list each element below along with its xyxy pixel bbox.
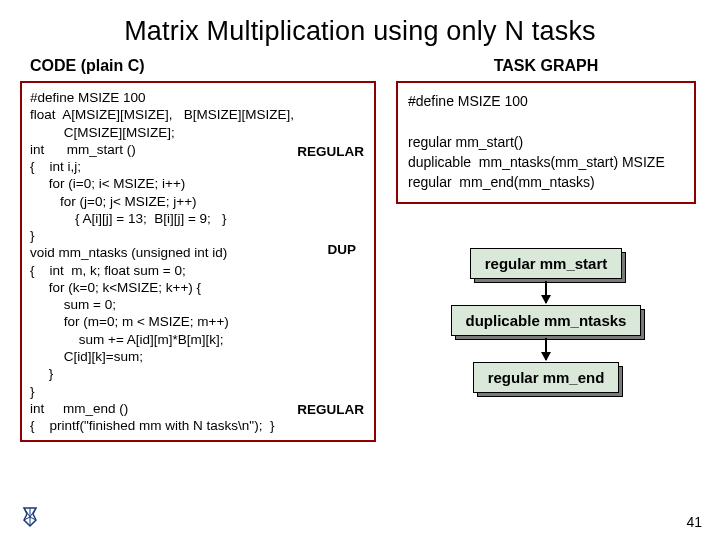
arrow-down-icon (545, 338, 547, 360)
slide-title: Matrix Multiplication using only N tasks (20, 16, 700, 47)
page-number: 41 (686, 514, 702, 530)
node-label-3: regular mm_end (473, 362, 620, 393)
graph-node-1: regular mm_start (470, 248, 623, 279)
code-label: CODE (plain C) (30, 57, 376, 75)
task-graph: regular mm_start duplicable mm_ntasks re… (396, 248, 696, 393)
node-label-2: duplicable mm_ntasks (451, 305, 642, 336)
tag-regular-1: REGULAR (297, 143, 364, 160)
tag-dup: DUP (327, 241, 356, 258)
slide: Matrix Multiplication using only N tasks… (0, 0, 720, 540)
task-box: #define MSIZE 100 regular mm_start() dup… (396, 81, 696, 204)
right-column: TASK GRAPH #define MSIZE 100 regular mm_… (396, 57, 696, 442)
node-label-1: regular mm_start (470, 248, 623, 279)
graph-node-2: duplicable mm_ntasks (451, 305, 642, 336)
code-text: #define MSIZE 100 float A[MSIZE][MSIZE],… (30, 90, 294, 433)
tag-regular-2: REGULAR (297, 401, 364, 418)
logo-icon (22, 506, 38, 528)
left-column: CODE (plain C) #define MSIZE 100 float A… (20, 57, 376, 442)
task-text: #define MSIZE 100 regular mm_start() dup… (408, 93, 665, 190)
task-label: TASK GRAPH (396, 57, 696, 75)
graph-node-3: regular mm_end (473, 362, 620, 393)
code-box: #define MSIZE 100 float A[MSIZE][MSIZE],… (20, 81, 376, 442)
columns: CODE (plain C) #define MSIZE 100 float A… (20, 57, 700, 442)
arrow-down-icon (545, 281, 547, 303)
